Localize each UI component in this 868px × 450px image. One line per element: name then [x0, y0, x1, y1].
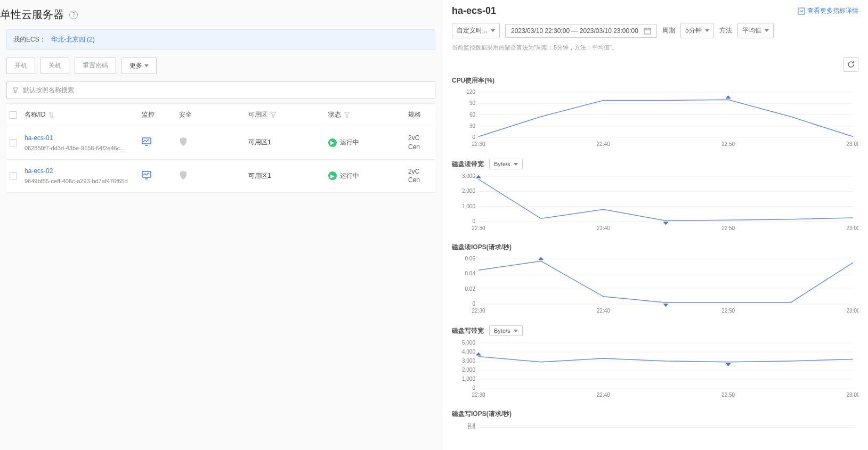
svg-text:22:40: 22:40: [597, 308, 610, 314]
svg-text:22:50: 22:50: [721, 308, 735, 314]
view-more-metrics-link[interactable]: 查看更多指标详情: [798, 6, 858, 15]
metrics-panel: ha-ecs-01 查看更多指标详情 自定义时... 2023/03/10 22…: [442, 0, 868, 450]
chevron-down-icon: [514, 330, 518, 332]
more-button[interactable]: 更多: [121, 58, 157, 74]
svg-text:0.8: 0.8: [468, 423, 475, 428]
chart-disk-write-bw: 磁盘写带宽 Byte/s 01,0002,0003,0004,0005,0002…: [452, 325, 858, 399]
svg-text:0: 0: [472, 134, 475, 140]
filter-icon: [12, 87, 19, 94]
page-title: 单性云服务器: [0, 7, 64, 22]
server-name-link[interactable]: ha-ecs-02: [25, 167, 142, 175]
svg-text:2,000: 2,000: [462, 367, 475, 373]
table-header: 名称/ID 监控 安全 可用区 状态 规格: [6, 104, 435, 126]
svg-text:22:40: 22:40: [597, 392, 610, 398]
region-link[interactable]: 华北-北京四 (2): [51, 35, 95, 44]
chart-canvas[interactable]: 030609012022:3022:4022:5023:00: [452, 89, 858, 148]
row-checkbox[interactable]: [10, 139, 17, 146]
refresh-button[interactable]: [843, 57, 858, 72]
server-id: 9649bf55-ceff-406c-a293-bd7af476f65d: [25, 178, 142, 184]
period-select[interactable]: 5分钟: [680, 23, 714, 38]
page-title-row: 单性云服务器 ?: [0, 4, 442, 29]
select-all-checkbox[interactable]: [10, 111, 17, 119]
stop-button[interactable]: 关机: [40, 58, 69, 74]
svg-text:22:40: 22:40: [597, 141, 610, 147]
svg-text:22:30: 22:30: [472, 308, 485, 314]
svg-text:30: 30: [469, 123, 476, 129]
time-mode-select[interactable]: 自定义时...: [452, 23, 500, 38]
my-ecs-label: 我的ECS：: [13, 35, 46, 44]
unit-select[interactable]: Byte/s: [489, 159, 523, 169]
svg-text:23:00: 23:00: [846, 392, 858, 398]
help-icon[interactable]: ?: [69, 11, 78, 19]
metrics-header: ha-ecs-01 查看更多指标详情: [452, 5, 858, 23]
svg-text:22:40: 22:40: [597, 225, 610, 231]
method-label: 方法: [719, 26, 732, 35]
svg-text:60: 60: [469, 112, 476, 118]
chart-title: 磁盘读IOPS(请求/秒): [452, 243, 512, 252]
calendar-icon: [644, 27, 651, 35]
svg-text:3,000: 3,000: [462, 174, 475, 179]
svg-text:3,000: 3,000: [462, 358, 475, 364]
date-range-picker[interactable]: 2023/03/10 22:30:00 — 2023/03/10 23:00:0…: [505, 24, 657, 38]
col-az[interactable]: 可用区: [248, 110, 328, 119]
shield-icon[interactable]: [179, 170, 248, 182]
chevron-down-icon: [514, 163, 518, 166]
table-row[interactable]: ha-ecs-01 062850f7-dd3d-43be-9158-64f2e4…: [6, 126, 435, 160]
svg-rect-0: [142, 138, 151, 144]
search-input[interactable]: 默认按照名称搜索: [6, 81, 435, 99]
search-row: 默认按照名称搜索: [6, 81, 435, 99]
chart-disk-write-iops: 磁盘写IOPS(请求/秒) 0.60.8: [452, 410, 858, 444]
chevron-down-icon: [491, 29, 495, 32]
chart-canvas[interactable]: 0.60.8: [452, 423, 858, 444]
row-checkbox[interactable]: [10, 172, 17, 179]
table-row[interactable]: ha-ecs-02 9649bf55-ceff-406c-a293-bd7af4…: [6, 160, 435, 193]
chart-canvas[interactable]: 01,0002,0003,00022:3022:4022:5023:00: [452, 174, 858, 232]
chevron-down-icon: [144, 64, 149, 67]
chart-title: 磁盘读带宽: [452, 160, 484, 169]
reset-password-button[interactable]: 重置密码: [75, 58, 116, 74]
svg-text:23:00: 23:00: [846, 308, 858, 314]
svg-text:2,000: 2,000: [462, 188, 475, 194]
svg-text:4,000: 4,000: [462, 349, 475, 355]
az-cell: 可用区1: [248, 171, 328, 181]
svg-text:90: 90: [469, 100, 476, 106]
aggregation-hint: 当前监控数据采用的聚合算法为"周期：5分钟，方法：平均值"。: [452, 42, 858, 57]
svg-text:22:30: 22:30: [472, 141, 485, 147]
svg-text:22:30: 22:30: [472, 225, 485, 231]
svg-text:23:00: 23:00: [846, 141, 858, 147]
unit-select[interactable]: Byte/s: [489, 325, 523, 336]
server-table: 名称/ID 监控 安全 可用区 状态 规格 ha-ecs-01 062850f7…: [6, 103, 435, 193]
svg-text:22:50: 22:50: [721, 392, 735, 398]
monitor-icon[interactable]: [142, 137, 179, 148]
chart-title: CPU使用率(%): [452, 76, 494, 85]
running-icon: ▶: [328, 138, 337, 147]
svg-text:1,000: 1,000: [462, 376, 475, 382]
shield-icon[interactable]: [179, 137, 248, 148]
svg-text:22:50: 22:50: [721, 225, 735, 231]
server-id: 062850f7-dd3d-43be-9158-64f2e46c...: [25, 145, 142, 151]
method-select[interactable]: 平均值: [737, 23, 774, 38]
toolbar: 开机 关机 重置密码 更多: [0, 58, 442, 81]
chart-canvas[interactable]: 00.020.040.0622:3022:4022:5023:00: [452, 256, 858, 315]
svg-rect-1: [142, 171, 151, 177]
svg-text:5,000: 5,000: [462, 340, 475, 346]
funnel-icon: [344, 112, 350, 118]
svg-text:1,000: 1,000: [462, 203, 475, 209]
col-status[interactable]: 状态: [328, 110, 408, 119]
svg-text:0: 0: [472, 218, 475, 224]
svg-text:22:50: 22:50: [721, 141, 735, 147]
chart-disk-read-bw: 磁盘读带宽 Byte/s 01,0002,0003,00022:3022:402…: [452, 159, 858, 232]
chart-canvas[interactable]: 01,0002,0003,0004,0005,00022:3022:4022:5…: [452, 340, 858, 399]
svg-text:0: 0: [472, 385, 475, 391]
start-button[interactable]: 开机: [6, 58, 35, 74]
chevron-down-icon: [765, 29, 769, 32]
chart-disk-read-iops: 磁盘读IOPS(请求/秒) 00.020.040.0622:3022:4022:…: [452, 243, 858, 315]
svg-text:120: 120: [466, 89, 475, 95]
server-name-link[interactable]: ha-ecs-01: [25, 134, 142, 142]
funnel-icon: [271, 112, 276, 118]
monitor-icon[interactable]: [142, 171, 179, 181]
status-cell: ▶ 运行中: [328, 171, 408, 181]
chevron-down-icon: [705, 29, 709, 32]
chart-cpu: CPU使用率(%) 030609012022:3022:4022:5023:00: [452, 76, 858, 148]
col-name[interactable]: 名称/ID: [25, 110, 142, 119]
